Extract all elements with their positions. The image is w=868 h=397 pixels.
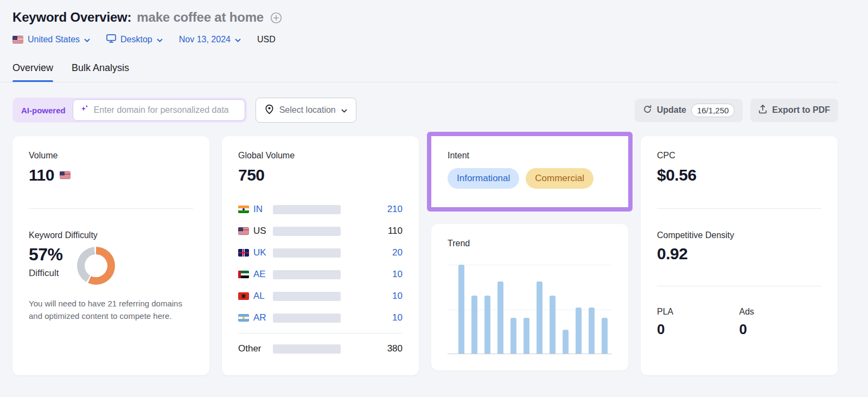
country-code-link[interactable]: AR — [253, 312, 266, 323]
ads-value: 0 — [739, 321, 822, 338]
ai-powered-badge: AI-powered — [14, 106, 73, 115]
x-axis-line — [448, 354, 612, 354]
divider — [238, 333, 403, 334]
tab-bar: Overview Bulk Analysis — [12, 62, 838, 82]
competitive-density-value: 0.92 — [657, 245, 821, 263]
export-to-pdf-label: Export to PDF — [772, 105, 830, 115]
trend-bar — [471, 296, 477, 354]
country-bar-track — [273, 227, 341, 236]
tab-overview[interactable]: Overview — [12, 62, 53, 82]
page-title: Keyword Overview: — [12, 10, 131, 25]
difficulty-percent: 57% — [29, 245, 63, 265]
trend-bar — [589, 308, 595, 354]
volume-label: Volume — [29, 151, 193, 161]
update-button[interactable]: Update 16/1,250 — [635, 99, 743, 122]
domain-input-wrap — [73, 99, 245, 121]
tab-bulk-analysis[interactable]: Bulk Analysis — [72, 62, 129, 82]
country-bar-track — [273, 292, 341, 301]
country-bar-track — [273, 313, 341, 323]
desktop-icon — [106, 34, 116, 45]
global-volume-other-row: Other 380 — [238, 338, 403, 360]
currency-label: USD — [257, 35, 276, 44]
keyword-overview-page: Keyword Overview: make coffee at home Un… — [0, 0, 868, 375]
country-volume-value[interactable]: 10 — [341, 312, 403, 323]
date-selector[interactable]: Nov 13, 2024 — [179, 35, 241, 44]
intent-pills: InformationalCommercial — [448, 168, 612, 189]
pla-label: PLA — [657, 307, 739, 317]
sparkles-icon — [80, 104, 90, 116]
intent-label: Intent — [448, 151, 612, 161]
select-location-button[interactable]: Select location — [256, 98, 356, 123]
keyword-difficulty-label: Keyword Difficulty — [29, 230, 193, 240]
volume-difficulty-card: Volume 110 Keyword Difficulty 57% Diffic… — [12, 136, 209, 375]
trend-bar — [458, 265, 464, 354]
select-location-label: Select location — [279, 105, 336, 115]
cpc-label: CPC — [657, 151, 821, 161]
trend-chart — [448, 265, 612, 354]
ads-label: Ads — [739, 307, 822, 317]
chevron-down-icon — [341, 109, 347, 113]
country-code-link[interactable]: AE — [253, 269, 266, 280]
domain-input[interactable] — [94, 105, 238, 115]
divider — [657, 208, 821, 209]
add-keyword-icon[interactable] — [270, 12, 282, 24]
ai-powered-group: AI-powered — [12, 98, 247, 123]
country-volume-value[interactable]: 210 — [341, 204, 403, 215]
global-volume-row: AL 10 — [238, 285, 403, 307]
update-quota-badge: 16/1,250 — [691, 104, 735, 117]
divider — [29, 208, 193, 209]
trend-bar — [510, 318, 516, 354]
pla-value: 0 — [657, 321, 739, 338]
intent-card: Intent InformationalCommercial — [427, 132, 633, 212]
export-to-pdf-button[interactable]: Export to PDF — [750, 99, 838, 122]
toolbar: AI-powered Select location Update 16/1,2… — [12, 98, 838, 123]
ae-flag-icon — [238, 271, 249, 278]
competitive-density-label: Competitive Density — [657, 230, 821, 240]
us-flag-icon — [238, 227, 249, 235]
intent-badge-commercial[interactable]: Commercial — [526, 168, 593, 189]
global-volume-value: 750 — [238, 166, 265, 184]
global-volume-row: IN 210 — [238, 198, 403, 220]
country-code-link[interactable]: US — [253, 226, 266, 236]
trend-plot-bars — [458, 265, 608, 354]
global-volume-row: AE 10 — [238, 264, 403, 285]
trend-bar — [550, 296, 556, 354]
difficulty-donut — [77, 247, 115, 285]
trend-bar — [497, 281, 503, 354]
trend-bar — [484, 296, 490, 354]
chevron-down-icon — [157, 39, 163, 42]
global-volume-row: AR 10 — [238, 307, 403, 329]
cpc-value: $0.56 — [657, 166, 697, 184]
intent-badge-informational[interactable]: Informational — [448, 168, 519, 189]
country-volume-value[interactable]: 10 — [341, 269, 403, 280]
divider — [657, 286, 821, 286]
device-selector[interactable]: Desktop — [106, 34, 163, 45]
country-code-link[interactable]: UK — [253, 247, 266, 258]
device-selector-label: Desktop — [120, 35, 152, 44]
trend-bar — [563, 330, 569, 354]
trend-bar — [524, 318, 529, 354]
al-flag-icon — [238, 292, 249, 300]
global-volume-label: Global Volume — [238, 151, 403, 161]
date-selector-label: Nov 13, 2024 — [179, 35, 231, 44]
country-code-link[interactable]: IN — [253, 204, 263, 215]
volume-value: 110 — [29, 166, 54, 184]
country-volume-value[interactable]: 10 — [341, 291, 403, 302]
location-pin-icon — [265, 104, 274, 117]
difficulty-description: You will need to have 21 referring domai… — [29, 298, 186, 322]
country-selector[interactable]: United States — [12, 35, 90, 44]
other-bar-track — [273, 344, 341, 354]
trend-card: Trend — [431, 224, 628, 370]
global-volume-card: Global Volume 750 IN 210 US 110 UK 20 — [222, 136, 419, 375]
refresh-icon — [643, 105, 652, 116]
other-value: 380 — [341, 343, 403, 354]
trend-bar — [576, 308, 582, 354]
country-bar-track — [273, 248, 341, 258]
country-volume-value[interactable]: 20 — [341, 247, 403, 258]
us-flag-icon — [60, 171, 71, 179]
intent-trend-column: Intent InformationalCommercial Trend — [431, 136, 628, 370]
country-code-link[interactable]: AL — [253, 291, 265, 302]
global-volume-list: IN 210 US 110 UK 20 AE 10 AL 1 — [238, 198, 403, 329]
update-label: Update — [657, 105, 686, 115]
country-volume-value[interactable]: 110 — [341, 226, 403, 236]
